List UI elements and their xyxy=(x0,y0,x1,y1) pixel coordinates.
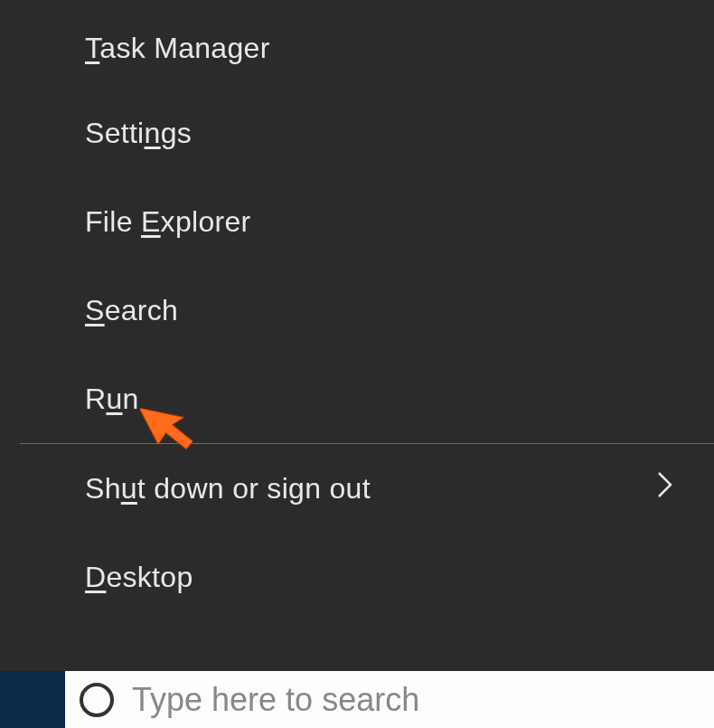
menu-label: Desktop xyxy=(85,561,193,594)
menu-label: Task Manager xyxy=(85,32,270,65)
taskbar: Type here to search xyxy=(0,671,714,728)
menu-label: Search xyxy=(85,294,178,327)
search-icon xyxy=(80,683,114,717)
chevron-right-icon xyxy=(657,471,673,506)
menu-label: Settings xyxy=(85,117,192,150)
taskbar-search-box[interactable]: Type here to search xyxy=(65,671,714,728)
menu-label: File Explorer xyxy=(85,205,251,239)
menu-item-file-explorer[interactable]: File Explorer xyxy=(20,177,714,266)
menu-item-run[interactable]: Run xyxy=(20,355,714,443)
search-placeholder: Type here to search xyxy=(132,681,419,719)
menu-label: Shut down or sign out xyxy=(85,472,371,506)
menu-item-task-manager[interactable]: Task Manager xyxy=(20,0,714,89)
menu-item-search[interactable]: Search xyxy=(20,266,714,355)
menu-item-desktop[interactable]: Desktop xyxy=(20,533,714,621)
menu-label: Run xyxy=(85,383,139,416)
menu-item-settings[interactable]: Settings xyxy=(20,89,714,177)
menu-item-shutdown[interactable]: Shut down or sign out xyxy=(20,444,714,533)
winx-context-menu: Task Manager Settings File Explorer Sear… xyxy=(20,0,714,671)
start-button[interactable] xyxy=(0,671,65,728)
